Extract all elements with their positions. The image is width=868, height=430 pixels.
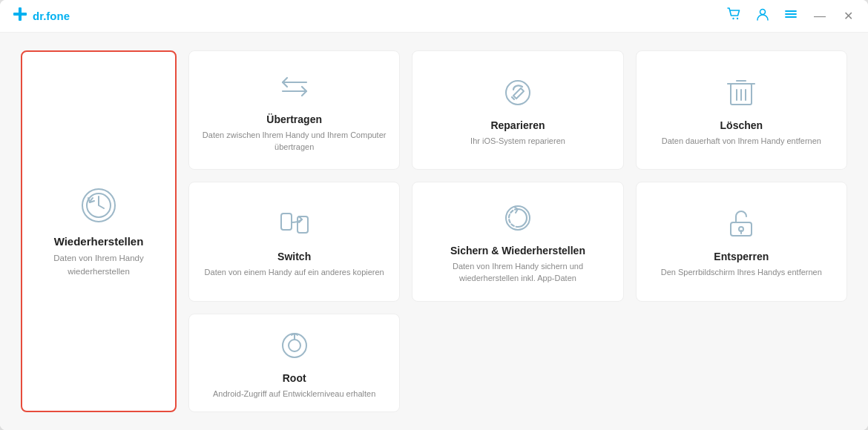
minimize-button[interactable]: —	[811, 8, 829, 24]
svg-rect-1	[19, 7, 22, 21]
switch-desc: Daten von einem Handy auf ein anderes ko…	[205, 266, 384, 279]
loschen-desc: Daten dauerhaft von Ihrem Handy entferne…	[662, 135, 821, 148]
entsperren-desc: Den Sperrbildschirm Ihres Handys entfern…	[661, 266, 822, 279]
loschen-card[interactable]: Löschen Daten dauerhaft von Ihrem Handy …	[636, 50, 847, 170]
svg-rect-19	[281, 214, 292, 230]
wiederherstellen-card[interactable]: Wiederherstellen Daten von Ihrem Handy w…	[21, 50, 177, 412]
user-icon[interactable]	[754, 6, 771, 26]
switch-title: Switch	[277, 251, 311, 262]
app-name: dr.fone	[33, 10, 70, 22]
left-panel: Wiederherstellen Daten von Ihrem Handy w…	[21, 50, 177, 412]
ubertragen-card[interactable]: Übertragen Daten zwischen Ihrem Handy un…	[188, 50, 400, 170]
loschen-title: Löschen	[720, 119, 763, 131]
loschen-icon	[722, 73, 760, 112]
app-window: dr.fone	[0, 0, 868, 430]
ubertragen-icon	[275, 67, 314, 106]
reparieren-desc: Ihr iOS-System reparieren	[470, 135, 565, 148]
sichern-card[interactable]: Sichern & Wiederherstellen Daten von Ihr…	[412, 182, 623, 301]
entsperren-card[interactable]: Entsperren Den Sperrbildschirm Ihres Han…	[636, 182, 847, 301]
switch-card[interactable]: Switch Daten von einem Handy auf ein and…	[188, 182, 400, 301]
sichern-icon	[499, 199, 537, 237]
svg-point-3	[737, 18, 738, 19]
switch-icon	[275, 205, 314, 243]
svg-point-4	[760, 10, 766, 15]
wiederherstellen-title: Wiederherstellen	[54, 235, 144, 248]
menu-icon[interactable]	[783, 6, 799, 26]
logo-area: dr.fone	[12, 6, 70, 26]
svg-rect-20	[297, 216, 308, 233]
root-card[interactable]: Root Android-Zugriff auf Entwicklernivea…	[188, 314, 400, 413]
reparieren-icon	[499, 73, 537, 112]
logo-icon	[12, 6, 28, 26]
features-grid: Übertragen Daten zwischen Ihrem Handy un…	[188, 50, 847, 412]
sichern-desc: Daten von Ihrem Handy sichern und wieder…	[423, 260, 612, 285]
cart-icon[interactable]	[726, 6, 743, 26]
main-content: Wiederherstellen Daten von Ihrem Handy w…	[0, 33, 868, 430]
ubertragen-desc: Daten zwischen Ihrem Handy und Ihrem Com…	[200, 129, 389, 153]
entsperren-title: Entsperren	[714, 251, 769, 262]
svg-point-2	[732, 18, 734, 19]
sichern-title: Sichern & Wiederherstellen	[450, 245, 585, 257]
root-icon	[275, 326, 314, 365]
root-title: Root	[283, 372, 306, 384]
reparieren-card[interactable]: Reparieren Ihr iOS-System reparieren	[412, 50, 623, 170]
svg-point-12	[506, 81, 530, 105]
close-button[interactable]: ✕	[841, 7, 856, 24]
ubertragen-title: Übertragen	[266, 113, 322, 125]
root-desc: Android-Zugriff auf Entwicklerniveau erh…	[213, 388, 375, 400]
reparieren-title: Reparieren	[490, 119, 545, 131]
wiederherstellen-icon	[78, 185, 119, 226]
titlebar-controls: — ✕	[726, 6, 856, 26]
titlebar: dr.fone	[0, 0, 868, 33]
svg-point-26	[289, 340, 300, 351]
wiederherstellen-desc: Daten von Ihrem Handy wiederherstellen	[34, 252, 163, 278]
entsperren-icon	[722, 205, 760, 243]
